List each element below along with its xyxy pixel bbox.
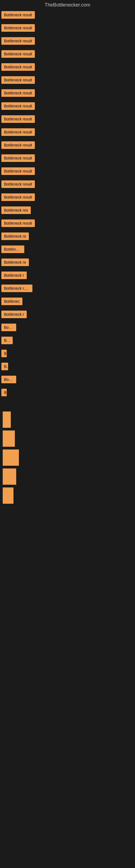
bottleneck-row-20: Bottleneck r xyxy=(0,271,135,283)
bottleneck-badge-19: Bottleneck re xyxy=(1,258,29,266)
bottleneck-badge-25: Bott xyxy=(1,337,13,344)
bottleneck-row-3: Bottleneck result xyxy=(0,49,135,62)
bottleneck-row-15: Bottleneck res xyxy=(0,205,135,218)
bottleneck-badge-11: Bottleneck result xyxy=(1,154,35,162)
bottleneck-badge-21: Bottleneck resu xyxy=(1,284,32,292)
bottleneck-badge-3: Bottleneck result xyxy=(1,50,35,58)
bottleneck-badge-8: Bottleneck result xyxy=(1,115,35,123)
bottleneck-badge-6: Bottleneck result xyxy=(1,89,35,97)
bottleneck-row-19: Bottleneck re xyxy=(0,257,135,271)
bottleneck-row-2: Bottleneck result xyxy=(0,36,135,49)
bottleneck-badge-18: Bottleneck xyxy=(1,246,24,253)
bottleneck-badge-13: Bottleneck result xyxy=(1,180,35,188)
bottleneck-row-27: Bo xyxy=(0,362,135,375)
bottleneck-badge-1: Bottleneck result xyxy=(1,24,35,32)
bottleneck-badge-16: Bottleneck result xyxy=(1,219,35,227)
bottleneck-row-7: Bottleneck result xyxy=(0,101,135,114)
bottleneck-badge-14: Bottleneck result xyxy=(1,193,35,201)
bottleneck-row-22: Bottlenec xyxy=(0,297,135,310)
bottom-section xyxy=(0,401,135,618)
bottleneck-row-5: Bottleneck result xyxy=(0,75,135,88)
bottleneck-badge-27: Bo xyxy=(1,363,8,370)
bottleneck-badge-29: B xyxy=(1,389,7,396)
bottom-bar-2 xyxy=(3,431,15,447)
bottleneck-row-4: Bottleneck result xyxy=(0,62,135,75)
bottleneck-row-29: B xyxy=(0,388,135,401)
bottleneck-row-18: Bottleneck xyxy=(0,244,135,257)
bottleneck-row-21: Bottleneck resu xyxy=(0,283,135,297)
bottleneck-badge-24: Bottle xyxy=(1,323,16,331)
bottleneck-badge-7: Bottleneck result xyxy=(1,102,35,110)
bottleneck-badge-5: Bottleneck result xyxy=(1,76,35,84)
bottleneck-row-28: Bottle xyxy=(0,375,135,388)
bottom-bar-3 xyxy=(3,450,19,466)
bottleneck-row-25: Bott xyxy=(0,336,135,348)
bottleneck-badge-17: Bottleneck re xyxy=(1,232,29,240)
bottleneck-badge-0: Bottleneck result xyxy=(1,11,35,19)
bottleneck-badge-2: Bottleneck result xyxy=(1,37,35,45)
bottleneck-badge-28: Bottle xyxy=(1,376,16,383)
bottleneck-row-13: Bottleneck result xyxy=(0,179,135,192)
bottom-bar-5 xyxy=(3,488,13,504)
bottleneck-row-0: Bottleneck result xyxy=(0,10,135,23)
bottleneck-row-11: Bottleneck result xyxy=(0,153,135,166)
items-container: Bottleneck resultBottleneck resultBottle… xyxy=(0,10,135,401)
bottom-bar-4 xyxy=(3,468,16,485)
bottom-bar-1 xyxy=(3,411,11,428)
bottleneck-row-1: Bottleneck result xyxy=(0,23,135,36)
bottleneck-row-9: Bottleneck result xyxy=(0,127,135,140)
bottleneck-badge-4: Bottleneck result xyxy=(1,63,35,71)
bottleneck-row-23: Bottleneck r xyxy=(0,310,135,322)
bottleneck-badge-22: Bottlenec xyxy=(1,298,22,305)
bottleneck-badge-12: Bottleneck result xyxy=(1,167,35,175)
bottleneck-badge-10: Bottleneck result xyxy=(1,141,35,149)
bottleneck-row-16: Bottleneck result xyxy=(0,218,135,231)
bottleneck-row-17: Bottleneck re xyxy=(0,231,135,244)
bottleneck-badge-9: Bottleneck result xyxy=(1,128,35,136)
bottleneck-badge-20: Bottleneck r xyxy=(1,272,27,279)
bottleneck-row-12: Bottleneck result xyxy=(0,166,135,179)
bottleneck-badge-23: Bottleneck r xyxy=(1,311,27,318)
bottleneck-row-10: Bottleneck result xyxy=(0,140,135,153)
site-title: TheBottlenecker.com xyxy=(0,0,135,10)
bottleneck-row-14: Bottleneck result xyxy=(0,192,135,205)
bottleneck-row-8: Bottleneck result xyxy=(0,114,135,127)
bottleneck-row-6: Bottleneck result xyxy=(0,88,135,101)
bottleneck-row-24: Bottle xyxy=(0,322,135,336)
bottleneck-row-26: B xyxy=(0,348,135,362)
bottleneck-badge-26: B xyxy=(1,350,7,357)
bottleneck-badge-15: Bottleneck res xyxy=(1,207,31,214)
